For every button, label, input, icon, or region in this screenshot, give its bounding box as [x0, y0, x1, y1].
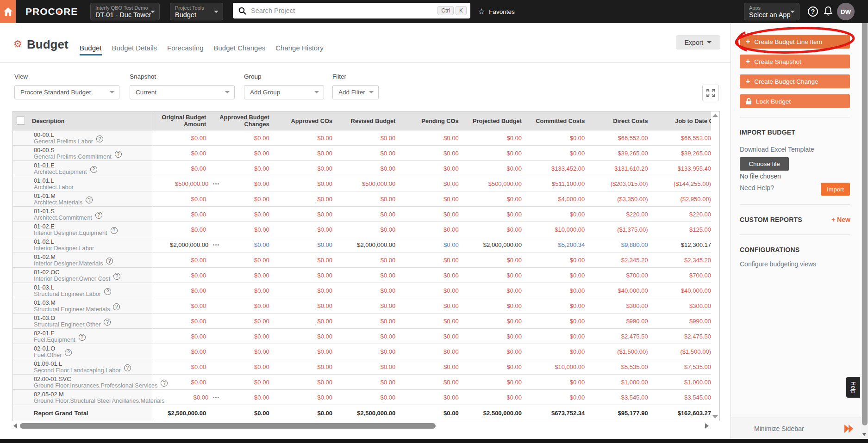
budget-cell[interactable]: ($1,500.00)	[657, 344, 712, 359]
help-circle-icon[interactable]: ?	[113, 303, 120, 310]
budget-cell[interactable]: $0.00	[468, 359, 531, 374]
avatar[interactable]: DW	[837, 3, 855, 20]
scroll-left-icon[interactable]	[13, 423, 17, 429]
filter-dropdown[interactable]: Add Filter	[332, 85, 379, 99]
budget-cell[interactable]: $0.00	[468, 130, 531, 145]
budget-cell[interactable]: $0.00	[215, 298, 278, 313]
budget-cell[interactable]: $0.00	[215, 161, 278, 176]
budget-cell[interactable]: ($144,255.00)	[657, 176, 712, 191]
snapshot-dropdown[interactable]: Current	[130, 85, 235, 99]
budget-cell[interactable]: $0.00	[405, 298, 468, 313]
budget-cell[interactable]: $0.00	[279, 344, 342, 359]
help-circle-icon[interactable]: ?	[104, 288, 111, 295]
row-description[interactable]: 00-00.LGeneral Prelims.Labor?	[13, 130, 152, 145]
budget-cell[interactable]: $0.00	[215, 359, 278, 374]
budget-cell[interactable]: ($1,500.00)	[594, 344, 657, 359]
budget-cell[interactable]: $133,955.40	[657, 161, 712, 176]
budget-cell[interactable]: $2,000,000.00	[342, 237, 405, 252]
budget-cell[interactable]: ($203,015.00)	[594, 176, 657, 191]
budget-cell[interactable]: $0.00	[468, 146, 531, 160]
budget-cell[interactable]: $0.00	[531, 329, 594, 344]
view-dropdown[interactable]: Procore Standard Budget	[14, 85, 119, 99]
help-circle-icon[interactable]: ?	[90, 166, 97, 173]
budget-cell[interactable]: $0.00	[405, 161, 468, 176]
scroll-down-icon[interactable]	[862, 433, 866, 436]
budget-cell[interactable]: $0.00	[215, 314, 278, 328]
budget-cell[interactable]: $0.00	[468, 314, 531, 328]
favorites-button[interactable]: ☆ Favorites	[478, 0, 515, 23]
budget-cell[interactable]: $0.00	[342, 298, 405, 313]
budget-cell[interactable]: $0.00	[215, 207, 278, 222]
budget-cell[interactable]: $0.00	[152, 283, 215, 298]
budget-cell[interactable]: $0.00	[342, 252, 405, 267]
tab-change-history[interactable]: Change History	[275, 44, 323, 52]
search-input[interactable]: Search Project Ctrl K	[233, 3, 470, 18]
budget-cell[interactable]: $0.00	[405, 314, 468, 328]
budget-cell[interactable]: $0.00	[405, 222, 468, 237]
budget-cell[interactable]: $500,000.00	[152, 176, 215, 191]
column-header[interactable]: Projected Budget	[468, 111, 531, 130]
budget-cell[interactable]: ($3,350.00)	[594, 191, 657, 206]
budget-cell[interactable]: $0.00	[531, 314, 594, 328]
budget-cell[interactable]: $0.00	[405, 329, 468, 344]
row-description[interactable]: 01-01.SArchitect.Commitment?	[13, 207, 152, 222]
budget-cell[interactable]: ($2,950.00)	[657, 191, 712, 206]
budget-cell[interactable]: $0.00	[405, 359, 468, 374]
row-description[interactable]: 02.00-01.SVCGround Floor.Insurances.Prof…	[13, 375, 152, 389]
configure-views-link[interactable]: Configure budgeting views	[740, 260, 816, 268]
procore-logo[interactable]: PROCORE	[25, 0, 78, 23]
budget-cell[interactable]: $0.00	[531, 130, 594, 145]
budget-cell[interactable]: $0.00	[405, 375, 468, 389]
help-circle-icon[interactable]: ?	[115, 151, 122, 158]
budget-cell[interactable]: $0.00	[279, 146, 342, 160]
page-scrollbar[interactable]	[861, 0, 868, 439]
row-description[interactable]: 01-02.MInterior Designer.Materials?	[13, 252, 152, 267]
page-scroll-thumb[interactable]	[862, 7, 868, 425]
row-description[interactable]: 01-02.OCInterior Designer.Owner Cost?	[13, 268, 152, 283]
project-selector[interactable]: Interfy QBO Test Demo DT-01 - Duc Tower	[90, 3, 160, 20]
minimize-sidebar-button[interactable]: Minimize Sidebar	[731, 418, 862, 439]
budget-cell[interactable]: $0.00	[215, 375, 278, 389]
row-description[interactable]: 01.09-01.LSecond Floor.Landscaping.Labor…	[13, 359, 152, 374]
budget-cell[interactable]: $0.00	[405, 283, 468, 298]
budget-cell[interactable]: $10,000.00	[531, 222, 594, 237]
budget-cell[interactable]: $2,345.20	[594, 252, 657, 267]
budget-cell[interactable]: $0.00	[215, 191, 278, 206]
budget-cell[interactable]: $0.00	[279, 359, 342, 374]
budget-cell[interactable]: $0.00	[531, 283, 594, 298]
budget-cell[interactable]: $0.00	[279, 283, 342, 298]
budget-cell[interactable]: $0.00	[405, 176, 468, 191]
budget-cell[interactable]: $511,100.00	[531, 176, 594, 191]
column-header[interactable]: Job to Date Cost	[657, 111, 712, 130]
tab-budget-changes[interactable]: Budget Changes	[213, 44, 265, 52]
budget-cell[interactable]: $0.00	[342, 375, 405, 389]
budget-cell[interactable]: $0.00	[468, 161, 531, 176]
row-description[interactable]: 02.05-02.MGround Floor.Structural Steel …	[13, 390, 152, 405]
budget-cell[interactable]: $500,000.00	[468, 176, 531, 191]
budget-cell[interactable]: ($1,375.00)	[594, 222, 657, 237]
help-icon[interactable]: ?	[808, 6, 818, 17]
budget-cell[interactable]: $0.00	[405, 237, 468, 252]
budget-cell[interactable]: $0.00	[152, 252, 215, 267]
table-horizontal-scrollbar[interactable]	[12, 423, 712, 429]
budget-cell[interactable]: $0.00	[152, 314, 215, 328]
budget-cell[interactable]: $0.00	[405, 390, 468, 405]
budget-cell[interactable]: $0.00	[405, 344, 468, 359]
budget-cell[interactable]: $2,000,000.00	[468, 237, 531, 252]
budget-cell[interactable]: $0.00	[342, 329, 405, 344]
tab-budget[interactable]: Budget	[80, 44, 102, 52]
group-dropdown[interactable]: Add Group	[244, 85, 324, 99]
choose-file-button[interactable]: Choose file	[740, 157, 789, 171]
budget-cell[interactable]: $0.00	[342, 390, 405, 405]
budget-cell[interactable]: $7,535.00	[657, 359, 712, 374]
budget-cell[interactable]: $0.00	[215, 130, 278, 145]
budget-cell[interactable]: $125.00	[657, 222, 712, 237]
budget-cell[interactable]: $5,535.00	[594, 359, 657, 374]
column-header[interactable]: Original Budget Amount	[152, 111, 215, 130]
budget-cell[interactable]: $0.00	[279, 161, 342, 176]
need-help-link[interactable]: Need Help?	[740, 184, 774, 191]
budget-cell[interactable]: $0.00	[279, 314, 342, 328]
budget-cell[interactable]: $0.00	[468, 329, 531, 344]
budget-cell[interactable]: $220.00	[657, 207, 712, 222]
scroll-right-icon[interactable]	[705, 423, 709, 429]
